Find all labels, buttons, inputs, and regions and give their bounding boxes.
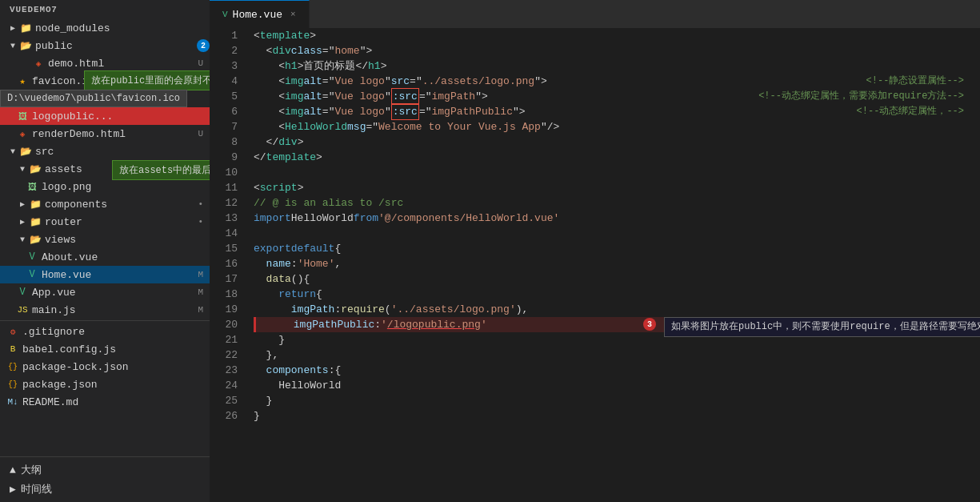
- line-numbers: 1 2 3 4 5 6 7 8 9 10 11 12 13 14 15 16 1…: [210, 28, 246, 502]
- item-label: logopublic...: [32, 110, 210, 122]
- outline-arrow: ▲: [10, 464, 16, 476]
- json-icon: {}: [6, 378, 19, 391]
- sidebar-item-package-json[interactable]: {} package.json: [0, 375, 210, 393]
- comment-dynamic2: <!--动态绑定属性，-->: [857, 104, 964, 119]
- code-line-8: </div>: [254, 135, 980, 150]
- file-icon: ◈: [32, 57, 45, 70]
- sidebar-item-node-modules[interactable]: ▶ 📁 node_modules: [0, 19, 210, 37]
- editor-tabs: V Home.vue ×: [210, 0, 980, 28]
- dot: •: [198, 217, 203, 227]
- collapse-arrow: ▼: [6, 39, 19, 52]
- collapse-arrow: ▼: [16, 233, 29, 246]
- item-label: src: [35, 146, 210, 158]
- code-line-7: <HelloWorld msg="Welcome to Your Vue.js …: [254, 119, 980, 135]
- item-label: .gitignore: [22, 326, 210, 338]
- sidebar-item-package-lock[interactable]: {} package-lock.json: [0, 358, 210, 375]
- item-label: main.js: [32, 304, 198, 316]
- js-icon: JS: [16, 303, 29, 316]
- code-line-15: export default {: [254, 241, 980, 256]
- sidebar-item-router[interactable]: ▶ 📁 router •: [0, 213, 210, 231]
- collapse-arrow: ▶: [6, 22, 19, 34]
- callout-public: 放在public里面的会原封不动: [84, 70, 210, 90]
- code-line-14: [254, 226, 980, 241]
- html-icon: [16, 57, 29, 70]
- item-label: package-lock.json: [22, 361, 210, 373]
- item-label: package.json: [22, 379, 210, 391]
- code-line-23: components: {: [254, 363, 980, 378]
- sidebar-header: VUEDEMO7: [0, 0, 210, 19]
- item-label: App.vue: [32, 287, 198, 299]
- comment-dynamic: <!--动态绑定属性，需要添加require方法-->: [758, 89, 964, 104]
- tab-home-vue[interactable]: V Home.vue ×: [210, 0, 310, 28]
- sidebar-bottom-panel: ▲ 大纲 ▶ 时间线: [0, 456, 210, 502]
- babel-icon: B: [6, 343, 19, 355]
- sidebar-item-assets[interactable]: ▼ 📂 assets 1 放在assets中的最后会打包处理: [0, 160, 210, 178]
- timeline-label: 时间线: [21, 482, 52, 496]
- vue-icon: V: [26, 268, 38, 281]
- folder-icon: 📁: [29, 215, 42, 228]
- png-icon: 🖼: [26, 180, 38, 193]
- vue-icon: V: [16, 286, 29, 299]
- folder-icon: 📁: [19, 22, 32, 34]
- sidebar-item-home-vue[interactable]: V Home.vue M: [0, 266, 210, 283]
- callout-imgpathpublic: 如果将图片放在public中，则不需要使用require，但是路径需要写绝对路径: [664, 317, 980, 337]
- folder-icon: 📂: [29, 233, 42, 246]
- item-label: views: [45, 234, 210, 246]
- code-line-5: <img alt="Vue logo" :src="imgPath"> <!--…: [254, 89, 980, 104]
- collapse-arrow: ▶: [16, 198, 29, 211]
- code-line-18: return {: [254, 287, 980, 302]
- tab-close-icon[interactable]: ×: [290, 10, 296, 19]
- folder-icon: 📂: [29, 163, 42, 175]
- sidebar-tree: ▶ 📁 node_modules ▼ 📂 public 2 放在public里面…: [0, 19, 210, 456]
- sidebar-item-components[interactable]: ▶ 📁 components •: [0, 195, 210, 213]
- file-status: U: [198, 58, 203, 68]
- collapse-arrow: ▼: [16, 163, 29, 175]
- dynamic-attr-box: :src: [391, 88, 419, 105]
- sidebar-item-logo-png[interactable]: 🖼 logo.png: [0, 178, 210, 195]
- vue-icon: V: [26, 251, 38, 263]
- outline-panel[interactable]: ▲ 大纲: [0, 460, 210, 480]
- item-label: demo.html: [48, 58, 198, 70]
- code-editor[interactable]: <template> <div class="home"> <h1>首页的标题<…: [246, 28, 980, 502]
- code-line-24: HelloWorld: [254, 378, 980, 393]
- sidebar-item-views[interactable]: ▼ 📂 views: [0, 231, 210, 248]
- error-badge-3: 3: [643, 318, 656, 331]
- sidebar-item-babel[interactable]: B babel.config.js: [0, 340, 210, 358]
- html-icon: ◈: [16, 127, 29, 140]
- sidebar-item-src[interactable]: ▼ 📂 src: [0, 143, 210, 160]
- tab-label: Home.vue: [233, 9, 282, 21]
- code-line-19: imgPath:require('../assets/logo.png') ,: [254, 302, 980, 317]
- code-line-17: data(){: [254, 271, 980, 287]
- editor-body: 1 2 3 4 5 6 7 8 9 10 11 12 13 14 15 16 1…: [210, 28, 980, 502]
- item-label: babel.config.js: [22, 343, 210, 355]
- code-line-22: },: [254, 347, 980, 363]
- code-line-10: [254, 165, 980, 180]
- dot: •: [198, 199, 203, 209]
- file-status: U: [198, 129, 203, 139]
- sidebar: VUEDEMO7 ▶ 📁 node_modules ▼ 📂 public 2 放…: [0, 0, 210, 502]
- sidebar-item-readme[interactable]: M↓ README.md: [0, 393, 210, 411]
- code-line-13: import HelloWorld from '@/components/Hel…: [254, 211, 980, 226]
- sidebar-item-main-js[interactable]: JS main.js M: [0, 301, 210, 319]
- sidebar-item-app-vue[interactable]: V App.vue M: [0, 283, 210, 301]
- sidebar-item-renderdemo[interactable]: ◈ renderDemo.html U: [0, 125, 210, 143]
- sidebar-item-public[interactable]: ▼ 📂 public 2 放在public里面的会原封不动: [0, 37, 210, 54]
- code-line-25: }: [254, 393, 980, 408]
- file-status: M: [198, 305, 203, 315]
- sidebar-item-gitignore[interactable]: ⚙ .gitignore: [0, 323, 210, 340]
- sidebar-item-logopublic[interactable]: 🖼 logopublic...: [0, 107, 210, 125]
- file-status: M: [198, 287, 203, 297]
- public-badge: 2: [197, 39, 210, 52]
- sidebar-item-about-vue[interactable]: V About.vue: [0, 248, 210, 266]
- folder-icon: 📁: [29, 198, 42, 211]
- item-label: logo.png: [42, 181, 210, 193]
- collapse-arrow: ▶: [16, 215, 29, 228]
- sidebar-item-demo-html[interactable]: ◈ demo.html U: [0, 54, 210, 72]
- code-line-20: imgPathPublic:'/logopublic.png' 3 如果将图片放…: [254, 317, 980, 332]
- outline-label: 大纲: [21, 463, 42, 477]
- timeline-panel[interactable]: ▶ 时间线: [0, 480, 210, 499]
- code-line-6: <img alt="Vue logo" :src="imgPathPublic"…: [254, 104, 980, 119]
- item-label: README.md: [22, 396, 210, 408]
- code-line-3: <h1>首页的标题</h1>: [254, 58, 980, 74]
- collapse-arrow: ▼: [6, 145, 19, 158]
